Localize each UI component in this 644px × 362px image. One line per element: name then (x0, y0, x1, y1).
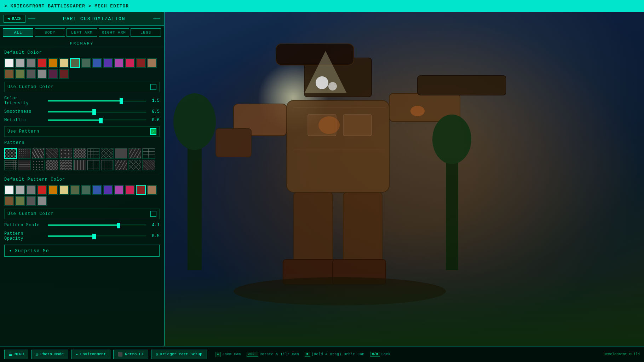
pattern-color-swatch-14[interactable] (4, 196, 14, 206)
pattern-color-swatch-12[interactable] (136, 185, 146, 195)
use-pattern-row[interactable]: Use Pattern (4, 126, 160, 137)
menu-button[interactable]: ☰ MENU (4, 350, 28, 359)
primary-color-swatch-0[interactable] (4, 58, 14, 68)
primary-color-swatch-11[interactable] (125, 58, 135, 68)
surprise-me-button[interactable]: ✦ Surprise Me (4, 245, 160, 257)
environment-icon: ✦ (76, 352, 78, 357)
pattern-9[interactable] (128, 148, 141, 159)
hint-back: ■/■ Back (370, 352, 391, 357)
title-bar-text: > KRIEGSFRONT BATTLESCAPER > MECH_EDITOR (4, 4, 129, 9)
pattern-11[interactable] (4, 160, 17, 170)
primary-color-swatch-7[interactable] (81, 58, 91, 68)
primary-color-swatch-10[interactable] (114, 58, 124, 68)
pattern-4[interactable] (59, 148, 72, 159)
orbit-hint-text: (Hold & Drag) Orbit Cam (312, 352, 365, 356)
use-custom-color-pattern-row[interactable]: Use Custom Color (4, 209, 160, 219)
pattern-color-swatch-1[interactable] (15, 185, 25, 195)
pattern-color-swatch-3[interactable] (37, 185, 47, 195)
tab-left-arm[interactable]: LEFT ARM (67, 28, 97, 37)
pattern-color-swatch-15[interactable] (15, 196, 25, 206)
primary-color-swatch-19[interactable] (59, 69, 69, 79)
color-intensity-track[interactable] (48, 100, 146, 102)
pattern-color-swatch-16[interactable] (26, 196, 36, 206)
pattern-color-swatch-0[interactable] (4, 185, 14, 195)
custom-color-label: Use Custom Color (7, 84, 54, 89)
color-intensity-label: Color Intensity (4, 96, 45, 106)
pattern-19[interactable] (115, 160, 127, 170)
primary-color-swatch-14[interactable] (4, 69, 14, 79)
pattern-scale-thumb[interactable] (117, 223, 120, 228)
pattern-color-swatch-4[interactable] (48, 185, 58, 195)
panel-content: Default Color Use Custom Color Color Int… (0, 47, 164, 346)
pattern-opacity-track[interactable] (48, 235, 146, 237)
primary-color-swatch-17[interactable] (37, 69, 47, 79)
primary-color-swatch-6[interactable] (70, 58, 80, 68)
tab-all[interactable]: ALL (3, 28, 33, 37)
primary-color-swatch-8[interactable] (92, 58, 102, 68)
pattern-14[interactable] (46, 160, 58, 170)
primary-color-swatch-12[interactable] (136, 58, 146, 68)
pattern-color-swatch-5[interactable] (59, 185, 69, 195)
primary-color-swatch-4[interactable] (48, 58, 58, 68)
pattern-3[interactable] (46, 148, 58, 159)
pattern-7[interactable] (101, 148, 114, 159)
krieger-button[interactable]: ⚙ Krieger Part Setup (151, 350, 207, 359)
pattern-color-swatch-6[interactable] (70, 185, 80, 195)
pattern-21[interactable] (142, 160, 155, 170)
color-intensity-thumb[interactable] (120, 98, 123, 104)
pattern-color-swatch-10[interactable] (114, 185, 124, 195)
pattern-6[interactable] (87, 148, 100, 159)
pattern-color-swatch-11[interactable] (125, 185, 135, 195)
svg-rect-0 (287, 100, 389, 192)
pattern-20[interactable] (128, 160, 141, 170)
custom-color-pattern-checkbox[interactable] (150, 211, 156, 217)
pattern-12[interactable] (18, 160, 31, 170)
pattern-16[interactable] (73, 160, 86, 170)
pattern-8[interactable] (115, 148, 127, 159)
smoothness-thumb[interactable] (92, 109, 96, 115)
pattern-15[interactable] (59, 160, 72, 170)
pattern-color-swatch-7[interactable] (81, 185, 91, 195)
primary-color-swatch-9[interactable] (103, 58, 113, 68)
pattern-color-swatch-13[interactable] (147, 185, 157, 195)
pattern-0[interactable] (4, 148, 17, 159)
tab-legs[interactable]: LEGS (131, 28, 161, 37)
use-pattern-label: Use Pattern (7, 129, 39, 134)
smoothness-value: 0.5 (149, 109, 160, 114)
pattern-color-swatch-2[interactable] (26, 185, 36, 195)
primary-color-swatch-13[interactable] (147, 58, 157, 68)
custom-color-checkbox[interactable] (150, 84, 156, 90)
smoothness-track[interactable] (48, 111, 146, 113)
pattern-5[interactable] (73, 148, 86, 159)
metallic-track[interactable] (48, 119, 146, 121)
use-custom-color-row[interactable]: Use Custom Color (4, 82, 160, 92)
pattern-13[interactable] (32, 160, 45, 170)
retro-fx-button[interactable]: ⬛ Retro FX (113, 350, 148, 359)
pattern-opacity-value: 0.5 (149, 234, 160, 239)
panel-title: PART CUSTOMIZATION (37, 16, 151, 22)
pattern-17[interactable] (87, 160, 100, 170)
use-pattern-checkbox[interactable] (150, 128, 156, 135)
pattern-1[interactable] (18, 148, 31, 159)
pattern-color-swatch-8[interactable] (92, 185, 102, 195)
pattern-2[interactable] (32, 148, 45, 159)
tab-right-arm[interactable]: RIGHT ARM (99, 28, 129, 37)
metallic-thumb[interactable] (99, 118, 103, 123)
primary-color-swatch-18[interactable] (48, 69, 58, 79)
pattern-18[interactable] (101, 160, 114, 170)
primary-color-swatch-16[interactable] (26, 69, 36, 79)
pattern-color-swatch-17[interactable] (37, 196, 47, 206)
primary-color-swatch-3[interactable] (37, 58, 47, 68)
primary-color-swatch-5[interactable] (59, 58, 69, 68)
pattern-opacity-thumb[interactable] (92, 234, 96, 239)
primary-color-swatch-15[interactable] (15, 69, 25, 79)
primary-color-swatch-2[interactable] (26, 58, 36, 68)
photo-mode-button[interactable]: ◎ Photo Mode (31, 350, 68, 359)
back-button[interactable]: ◄ BACK (4, 15, 25, 23)
environment-button[interactable]: ✦ Environment (71, 350, 110, 359)
tab-body[interactable]: BODY (35, 28, 65, 37)
pattern-color-swatch-9[interactable] (103, 185, 113, 195)
pattern-10[interactable] (142, 148, 155, 159)
primary-color-swatch-1[interactable] (15, 58, 25, 68)
pattern-scale-track[interactable] (48, 224, 146, 226)
